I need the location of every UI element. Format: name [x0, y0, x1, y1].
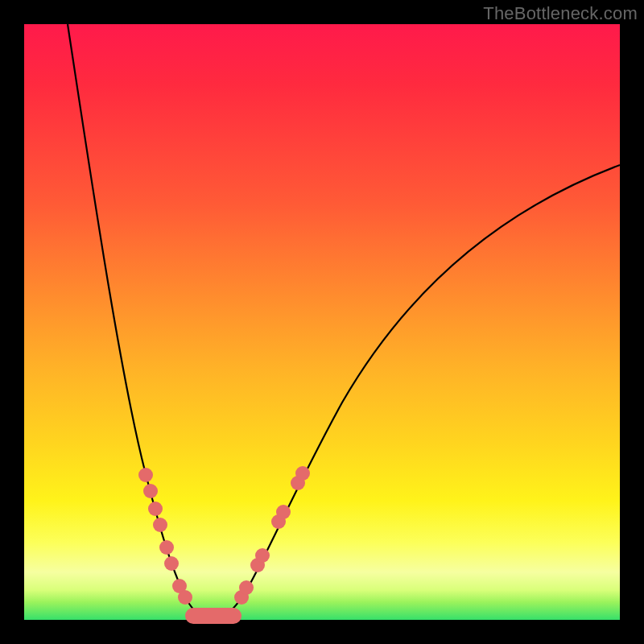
marker-left: [159, 540, 174, 555]
curve-layer: [24, 24, 620, 620]
marker-left: [178, 590, 192, 605]
chart-frame: TheBottleneck.com: [0, 0, 644, 644]
markers-group: [138, 466, 310, 616]
watermark-text: TheBottleneck.com: [483, 3, 638, 24]
marker-right: [295, 466, 310, 481]
marker-left: [153, 518, 167, 532]
marker-left: [164, 556, 179, 571]
marker-left: [143, 484, 158, 498]
marker-right: [255, 548, 270, 563]
marker-right: [276, 505, 291, 519]
curve-right-branch: [211, 165, 620, 619]
plot-area: [24, 24, 620, 620]
marker-left: [138, 468, 153, 482]
marker-left: [148, 502, 163, 516]
marker-right: [239, 580, 254, 595]
curve-left-branch: [68, 24, 211, 619]
